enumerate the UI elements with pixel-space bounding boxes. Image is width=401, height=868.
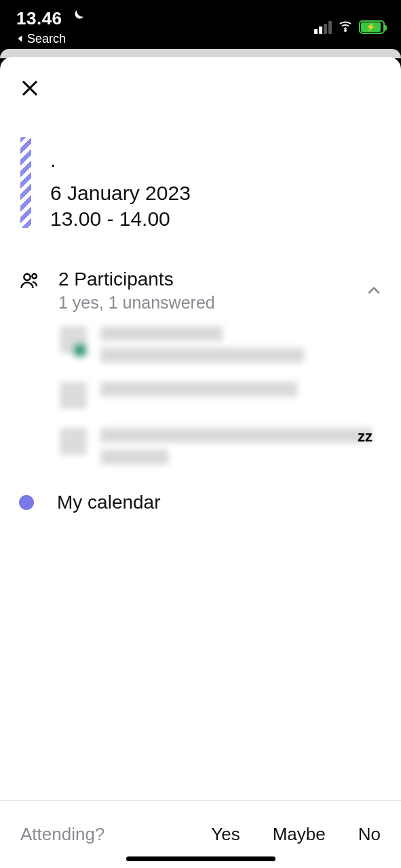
rsvp-maybe-button[interactable]: Maybe	[273, 824, 326, 845]
participants-icon	[15, 269, 45, 292]
list-item[interactable]	[60, 382, 387, 409]
back-label: Search	[27, 32, 66, 46]
participants-section-header[interactable]: 2 Participants 1 yes, 1 unanswered	[0, 231, 401, 313]
redacted-text	[100, 450, 168, 465]
svg-point-1	[24, 274, 30, 280]
avatar	[60, 382, 87, 409]
wifi-icon	[337, 18, 354, 37]
list-item[interactable]: zz	[60, 428, 387, 465]
participants-list: zz	[0, 313, 401, 465]
avatar	[60, 326, 87, 353]
redacted-text	[100, 348, 304, 363]
snooze-badge: zz	[358, 428, 373, 446]
rsvp-no-button[interactable]: No	[358, 824, 381, 845]
list-item[interactable]	[60, 326, 387, 363]
event-header: . 6 January 2023 13.00 - 14.00	[0, 103, 401, 231]
rsvp-yes-button[interactable]: Yes	[211, 824, 240, 845]
status-time: 13.46	[16, 8, 62, 29]
participants-summary: 1 yes, 1 unanswered	[58, 293, 360, 313]
event-color-bar	[20, 137, 31, 228]
avatar	[60, 428, 87, 455]
redacted-text	[100, 428, 372, 443]
calendar-row[interactable]: My calendar	[0, 465, 401, 513]
event-date: 6 January 2023	[50, 182, 191, 205]
close-icon	[20, 78, 40, 98]
chevron-up-icon	[360, 269, 387, 300]
redacted-text	[100, 382, 297, 397]
do-not-disturb-icon	[69, 8, 85, 29]
event-title: .	[50, 148, 191, 172]
close-button[interactable]	[15, 73, 45, 103]
participants-title: 2 Participants	[58, 269, 360, 290]
calendar-color-dot	[19, 495, 34, 510]
event-time: 13.00 - 14.00	[50, 208, 191, 231]
attending-prompt: Attending?	[20, 824, 104, 845]
redacted-text	[100, 326, 223, 341]
back-to-search[interactable]: Search	[16, 32, 85, 46]
cellular-signal-icon	[314, 21, 332, 34]
back-caret-icon	[16, 32, 24, 46]
calendar-label: My calendar	[57, 492, 161, 513]
event-detail-sheet: . 6 January 2023 13.00 - 14.00 2 Partici…	[0, 57, 401, 868]
svg-point-2	[32, 274, 37, 279]
battery-icon: ⚡	[359, 20, 385, 34]
svg-point-0	[345, 30, 346, 31]
status-bar: 13.46 Search ⚡	[0, 0, 401, 47]
home-indicator[interactable]	[126, 856, 275, 861]
